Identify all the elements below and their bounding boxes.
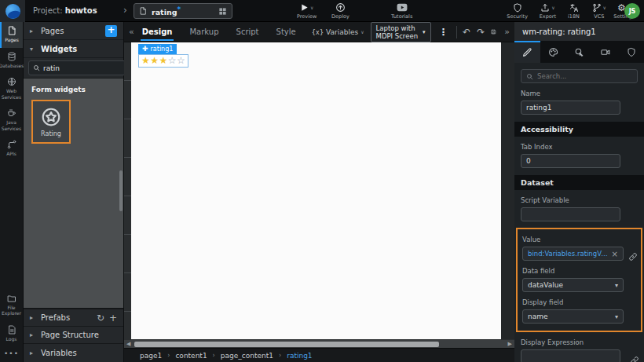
widget-list-scrollbar[interactable]: [119, 170, 123, 211]
tab-style[interactable]: [540, 41, 566, 63]
scrollbar-thumb[interactable]: [134, 342, 439, 347]
design-area: « Design Markup Script Style {x} Variabl…: [124, 22, 514, 362]
collapse-left-panel-icon[interactable]: «: [129, 27, 134, 37]
tab-index-field: Tab Index: [514, 143, 644, 168]
prefabs-section-header[interactable]: ▸ Prefabs ↻ +: [24, 309, 123, 326]
dropdown-arrow-icon: ▾: [615, 282, 618, 289]
breadcrumb-page1[interactable]: page1: [140, 352, 162, 360]
pages-section-header[interactable]: ▸ Pages +: [24, 22, 123, 40]
tab-style[interactable]: Style: [275, 23, 298, 41]
page-structure-section-header[interactable]: ▸ Page Structure: [24, 326, 123, 343]
star-empty-icon: ☆: [168, 55, 177, 66]
accessibility-section-header: Accessibility: [514, 122, 644, 137]
breadcrumb-separator-icon: ›: [167, 352, 170, 359]
breadcrumb-separator-icon: ›: [279, 352, 281, 359]
scroll-right-icon[interactable]: ▶: [506, 341, 514, 347]
breadcrumb-content1[interactable]: content1: [175, 352, 207, 360]
tab-events[interactable]: [566, 41, 592, 63]
rail-item-logs[interactable]: Logs: [0, 321, 23, 347]
rating-stars[interactable]: ★★★☆☆: [138, 54, 188, 68]
api-icon: [7, 140, 16, 149]
undo-icon[interactable]: ↶: [463, 27, 470, 38]
widgets-section-label: Widgets: [41, 45, 77, 53]
vcs-button[interactable]: ∨ VCS: [592, 2, 606, 20]
page-tab-rating[interactable]: rating*: [134, 3, 232, 19]
rail-label: APIs: [6, 151, 16, 157]
value-binding-input[interactable]: bind:Variables.ratingVar.dataSet ×: [522, 247, 624, 261]
wavemaker-logo[interactable]: [0, 0, 25, 22]
preview-button[interactable]: ∨ Preview: [297, 2, 317, 20]
property-search-input[interactable]: [537, 72, 632, 80]
security-button[interactable]: Security: [507, 2, 528, 20]
data-field-select[interactable]: dataValue ▾: [522, 278, 624, 292]
user-avatar[interactable]: JS: [624, 3, 640, 19]
preview-label: Preview: [297, 13, 317, 20]
database-icon: [7, 52, 16, 61]
tab-device[interactable]: [592, 41, 618, 63]
rail-label: Logs: [6, 336, 17, 342]
display-field-field: Display field name ▾: [522, 298, 636, 324]
add-prefab-icon[interactable]: +: [109, 313, 117, 324]
chevron-down-icon: ∨: [310, 5, 313, 10]
export-button[interactable]: ∨ Export: [540, 2, 556, 20]
top-bar: Project: howtos › rating* ∨ Preview Depl…: [0, 0, 644, 22]
rating-widget-on-canvas[interactable]: ✚ rating1 ★★★☆☆: [138, 44, 188, 68]
add-page-button[interactable]: +: [105, 25, 117, 37]
scroll-left-icon[interactable]: ◀: [124, 341, 133, 347]
rating-star-icon: [41, 107, 61, 127]
rail-item-apis[interactable]: APIs: [0, 136, 23, 162]
i18n-icon: [569, 3, 579, 13]
breadcrumb-page-content1[interactable]: page_content1: [221, 352, 273, 360]
grid-icon[interactable]: [218, 7, 227, 16]
tab-index-input[interactable]: [526, 157, 615, 165]
widgets-section-header[interactable]: ▾ Widgets: [24, 40, 123, 58]
tab-markup[interactable]: Markup: [188, 23, 220, 41]
unsaved-indicator: *: [177, 5, 181, 13]
star-filled-icon: ★: [159, 55, 168, 66]
export-icon: [540, 3, 550, 13]
properties-form: Name Accessibility Tab Index Dataset Scr…: [514, 63, 644, 362]
rail-item-databases[interactable]: Databases: [0, 48, 23, 74]
vcs-branch-icon: [592, 3, 602, 13]
clear-binding-icon[interactable]: ×: [612, 250, 618, 258]
dataset-section-header: Dataset: [514, 175, 644, 190]
rail-item-java-services[interactable]: Java Services: [0, 104, 23, 136]
tab-script[interactable]: Script: [235, 23, 261, 41]
display-expression-input[interactable]: [526, 353, 615, 360]
rail-item-file-explorer[interactable]: File Explorer: [0, 290, 23, 321]
refresh-icon[interactable]: ↻: [97, 313, 104, 324]
i18n-button[interactable]: i18N: [568, 2, 580, 20]
display-field-select[interactable]: name ▾: [522, 309, 624, 324]
deploy-button[interactable]: Deploy: [331, 2, 349, 20]
more-actions-icon[interactable]: ⋮: [437, 27, 450, 38]
tab-security[interactable]: [618, 41, 644, 63]
property-search-box[interactable]: [521, 69, 638, 83]
tab-design[interactable]: Design: [141, 23, 174, 41]
pages-section-label: Pages: [41, 27, 64, 35]
device-selector[interactable]: Laptop with MDPI Screen ▾: [371, 22, 431, 42]
rail-item-pages[interactable]: Pages: [0, 22, 23, 48]
save-icon[interactable]: [491, 27, 496, 37]
name-input[interactable]: [526, 104, 615, 112]
tab-properties[interactable]: [514, 41, 540, 63]
page-canvas[interactable]: ✚ rating1 ★★★☆☆: [131, 42, 501, 339]
more-options-icon[interactable]: •••: [0, 346, 23, 362]
variables-section-header[interactable]: ▸ Variables: [24, 343, 123, 362]
collapse-right-panel-icon[interactable]: »: [504, 27, 510, 37]
bind-link-icon[interactable]: [630, 356, 639, 362]
highlighted-dataset-fields: Value bind:Variables.ratingVar.dataSet ×…: [516, 228, 642, 332]
breadcrumb-separator-icon: ›: [213, 352, 215, 359]
bind-link-icon[interactable]: [628, 252, 638, 261]
variables-menu[interactable]: {x} Variables ∨: [312, 28, 364, 36]
selected-widget-label[interactable]: ✚ rating1: [138, 44, 177, 54]
script-variable-input[interactable]: [526, 210, 615, 218]
value-field: Value bind:Variables.ratingVar.dataSet ×: [522, 236, 636, 261]
redo-icon[interactable]: ↷: [477, 27, 485, 38]
dropdown-arrow-icon: ▾: [423, 29, 426, 35]
rail-item-web-services[interactable]: Web Services: [0, 73, 23, 104]
widget-search-input[interactable]: [43, 64, 137, 72]
tutorials-button[interactable]: Tutorials: [391, 2, 412, 20]
breadcrumb-rating1[interactable]: rating1: [287, 352, 312, 360]
canvas-horizontal-scrollbar[interactable]: ◀ ▶: [124, 339, 514, 348]
rating-widget-tile[interactable]: Rating: [31, 100, 71, 144]
